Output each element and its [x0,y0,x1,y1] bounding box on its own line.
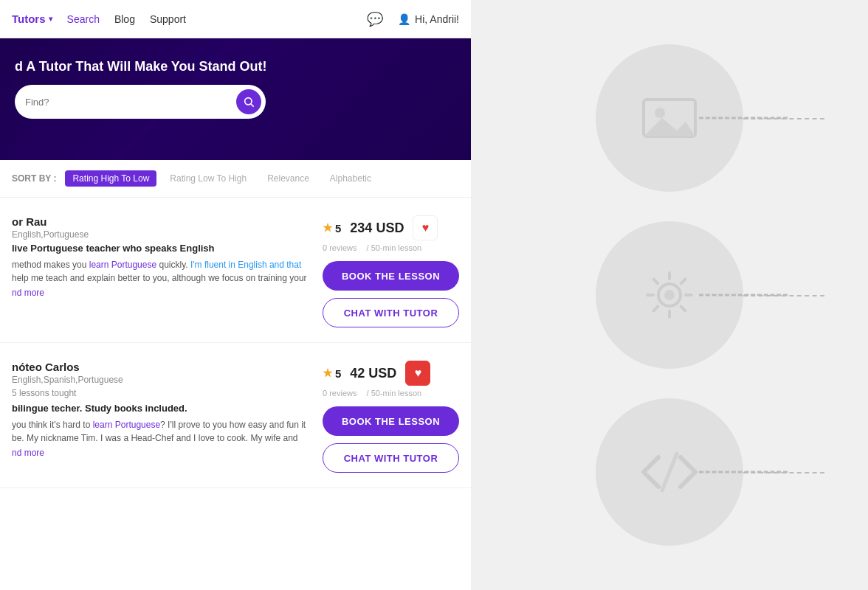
sort-bar: SORT BY : Rating High To Low Rating Low … [0,160,471,198]
dashed-line-2 [743,295,824,296]
tutor-desc-text-1b: quickly. [156,260,190,270]
sort-label: SORT BY : [12,173,56,184]
rating-value-2: 5 [335,367,341,380]
rating-price-1: ★ 5 234 USD ♥ [323,215,459,240]
highlight-1b: I'm fluent in English and that [190,260,301,270]
image-placeholder-section [596,44,743,192]
tutor-desc-text-1: method makes you [12,260,89,270]
tutor-desc-2: you think it's hard to learn Portuguese?… [12,418,311,445]
gear-placeholder-circle [596,221,743,369]
gear-placeholder-icon [640,266,699,324]
left-panel: Tutors ▾ Search Blog Support 💬 👤 Hi, And… [0,0,471,590]
code-placeholder-section [596,398,743,546]
chat-icon[interactable]: 💬 [367,11,383,27]
lesson-duration-1: / 50-min lesson [367,243,422,252]
book-lesson-button-2[interactable]: BOOK THE LESSON [323,406,459,436]
favorite-button-2[interactable]: ♥ [405,361,430,386]
tutor-langs-2: English,Spanish,Portuguese [12,375,311,385]
rating-price-2: ★ 5 42 USD ♥ [323,361,459,386]
tutor-info-1: or Rau English,Portuguese live Portugues… [12,215,311,327]
hero-search-bar [15,85,266,119]
svg-line-1 [251,104,254,107]
svg-line-6 [662,454,677,490]
highlight-1a: learn Portuguese [89,260,156,270]
hero-search-button[interactable] [236,89,261,114]
sort-option-rating-low[interactable]: Rating Low To High [162,170,254,187]
star-icon-2: ★ [323,367,332,380]
chat-tutor-button-1[interactable]: CHAT WITH TUTOR [323,298,459,327]
tutor-card-2: nóteo Carlos English,Spanish,Portuguese … [0,343,471,488]
nav-logo-text: Tutors [12,13,46,25]
user-icon: 👤 [398,13,410,25]
read-more-1[interactable]: nd more [12,288,311,298]
book-lesson-button-1[interactable]: BOOK THE LESSON [323,261,459,291]
lesson-duration-2: / 50-min lesson [367,389,422,398]
tutor-specialty-1: live Portuguese teacher who speaks Engli… [12,243,311,254]
svg-point-3 [655,108,665,118]
tutor-name-1: or Rau [12,215,311,228]
nav-search-link[interactable]: Search [67,13,100,25]
reviews-1: 0 reviews [323,243,356,252]
svg-marker-4 [644,118,695,136]
nav-user[interactable]: 👤 Hi, Andrii! [398,13,459,25]
nav-username: Hi, Andrii! [415,13,459,25]
tutor-card: or Rau English,Portuguese live Portugues… [0,198,471,343]
tutor-desc-text-1c: help me teach and explain better to you,… [12,273,307,283]
reviews-lesson-1: 0 reviews / 50-min lesson [323,243,459,252]
hero-search-input[interactable] [25,97,236,108]
reviews-lesson-2: 0 reviews / 50-min lesson [323,389,459,398]
sort-option-rating-high[interactable]: Rating High To Low [65,170,156,187]
price-2: 42 USD [350,366,396,381]
hero-title: d A Tutor That Will Make You Stand Out! [15,59,456,74]
dashed-line-1 [743,118,824,119]
tutor-actions-2: ★ 5 42 USD ♥ 0 reviews / 50-min lesson B… [323,361,459,473]
favorite-button-1[interactable]: ♥ [413,215,438,240]
hero-content: d A Tutor That Will Make You Stand Out! [0,38,471,131]
tutor-actions-1: ★ 5 234 USD ♥ 0 reviews / 50-min lesson … [323,215,459,327]
image-placeholder-icon [640,92,699,144]
nav-blog-link[interactable]: Blog [114,13,135,25]
navbar: Tutors ▾ Search Blog Support 💬 👤 Hi, And… [0,0,471,38]
sort-option-relevance[interactable]: Relevance [260,170,317,187]
image-placeholder-circle [596,44,743,192]
tutor-desc-1: method makes you learn Portuguese quickl… [12,258,311,285]
read-more-2[interactable]: nd more [12,448,311,458]
rating-1: ★ 5 [323,221,341,235]
tutor-name-2: nóteo Carlos [12,361,311,373]
tutor-list: or Rau English,Portuguese live Portugues… [0,198,471,488]
tutor-lessons-count-2: 5 lessons tought [12,388,311,398]
tutor-info-2: nóteo Carlos English,Spanish,Portuguese … [12,361,311,473]
tutor-langs-1: English,Portuguese [12,229,311,240]
sort-option-alphabetic[interactable]: Alphabetic [323,170,379,187]
price-1: 234 USD [350,221,404,236]
rating-value-1: 5 [335,222,341,235]
star-icon-1: ★ [323,221,332,235]
chat-tutor-button-2[interactable]: CHAT WITH TUTOR [323,443,459,473]
svg-point-0 [245,98,252,105]
rating-2: ★ 5 [323,367,341,380]
chevron-down-icon: ▾ [49,15,52,23]
nav-support-link[interactable]: Support [150,13,186,25]
code-placeholder-circle [596,398,743,546]
code-placeholder-icon [640,450,699,494]
highlight-2a: learn Portuguese [93,420,160,430]
reviews-2: 0 reviews [323,389,356,398]
svg-point-5 [664,290,675,300]
tutor-specialty-2: bilingue techer. Study books included. [12,403,311,414]
tutor-desc-text-2a: you think it's hard to [12,420,93,430]
hero-section: d A Tutor That Will Make You Stand Out! [0,38,471,160]
dashed-line-3 [743,472,824,473]
gear-placeholder-section [596,221,743,369]
right-panel [471,0,868,590]
nav-logo[interactable]: Tutors ▾ [12,13,52,25]
